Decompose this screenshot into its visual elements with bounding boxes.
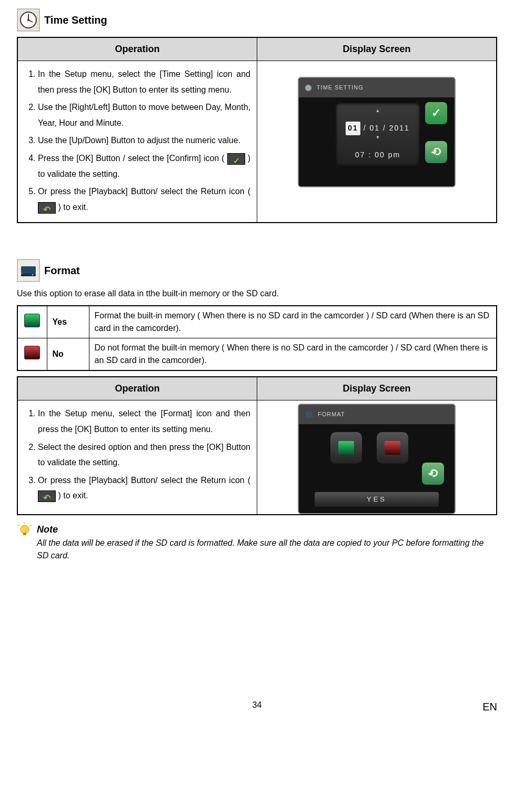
format-steps: In the Setup menu, select the [Format] i…: [17, 400, 257, 515]
col-operation-2: Operation: [17, 377, 257, 400]
clock-dot-icon: [305, 85, 311, 91]
minute-value: 00: [375, 151, 385, 159]
note-title: Note: [37, 523, 497, 537]
confirm-button-icon: ✓: [425, 102, 447, 124]
format-yes-icon: [24, 314, 40, 327]
time-setting-steps: In the Setup menu, select the [Time Sett…: [17, 61, 257, 223]
col-display-2: Display Screen: [257, 377, 497, 400]
format-no-icon: [24, 346, 40, 359]
col-display: Display Screen: [257, 37, 497, 61]
down-arrow-icon: ▼: [336, 135, 420, 140]
fmt-step1: In the Setup menu, select the [Format] i…: [38, 406, 250, 437]
return-icon-2: [38, 490, 56, 502]
svg-point-8: [32, 274, 34, 276]
format-screen: FORMAT ⟲ YES: [298, 404, 456, 514]
svg-rect-6: [21, 266, 36, 274]
no-desc: Do not format the built-in memory ( When…: [89, 338, 497, 371]
format-screen-cell: FORMAT ⟲ YES: [257, 400, 497, 515]
page-number: 34: [17, 699, 497, 711]
confirm-icon: [227, 153, 245, 165]
ts-step2: Use the [Right/Left] Button to move betw…: [38, 99, 250, 131]
format-title-icon: [305, 412, 313, 418]
ts-step3: Use the [Up/Down] Button to adjust the n…: [38, 133, 250, 148]
yes-desc: Format the built-in memory ( When there …: [89, 306, 497, 338]
hour-value: 07: [355, 151, 366, 159]
month-value: 01: [369, 124, 380, 132]
sep2: /: [383, 124, 386, 132]
no-label: No: [47, 338, 89, 371]
time-setting-screen: TIME SETTING ▲ 01 / 01 / 2011 ▼ 07 :: [298, 77, 456, 187]
svg-rect-7: [21, 274, 36, 276]
yes-label: Yes: [47, 306, 89, 338]
time-setting-table: Operation Display Screen In the Setup me…: [17, 37, 497, 223]
time-setting-screen-cell: TIME SETTING ▲ 01 / 01 / 2011 ▼ 07 :: [257, 61, 497, 223]
colon: :: [368, 151, 371, 159]
time-setting-header: Time Setting: [17, 8, 497, 32]
note-block: Note All the data will be erased if the …: [17, 523, 497, 562]
return-icon: [38, 202, 56, 214]
fmt-step3: Or press the [Playback] Button/ select t…: [38, 473, 250, 504]
drive-icon: [17, 259, 40, 282]
format-return-icon: ⟲: [422, 463, 444, 485]
format-title: Format: [44, 263, 80, 278]
no-icon-cell: [17, 338, 47, 371]
date-panel: ▲ 01 / 01 / 2011 ▼ 07 : 00 pm: [336, 103, 420, 166]
format-table: Operation Display Screen In the Setup me…: [17, 376, 497, 515]
svg-point-4: [27, 19, 29, 21]
ts-step5: Or press the [Playback] Button/ select t…: [38, 184, 250, 215]
ts-step4: Press the [OK] Button / select the [Conf…: [38, 151, 250, 182]
format-options-table: Yes Format the built-in memory ( When th…: [17, 305, 497, 371]
footer: 34 EN: [17, 699, 497, 715]
format-yes-option: [330, 432, 362, 464]
language-label: EN: [482, 699, 497, 715]
clock-icon: [17, 8, 40, 32]
note-body: All the data will be erased if the SD ca…: [37, 537, 497, 562]
year-value: 2011: [389, 124, 410, 132]
day-value: 01: [346, 122, 360, 135]
lightbulb-icon: [17, 523, 37, 562]
return-button-icon: ⟲: [425, 141, 447, 163]
date-row: 01 / 01 / 2011: [336, 122, 420, 135]
up-arrow-icon: ▲: [336, 108, 420, 113]
col-operation: Operation: [17, 37, 257, 61]
format-header: Format: [17, 259, 497, 282]
sep1: /: [364, 124, 367, 132]
format-description: Use this option to erase all data in tth…: [17, 287, 497, 300]
time-row: 07 : 00 pm: [336, 148, 420, 162]
yes-icon-cell: [17, 306, 47, 338]
screen-title: TIME SETTING: [305, 82, 364, 93]
ts-step1: In the Setup menu, select the [Time Sett…: [38, 66, 250, 97]
format-screen-title: FORMAT: [305, 409, 345, 419]
format-no-option: [377, 432, 408, 464]
format-bar: YES: [315, 492, 439, 507]
svg-line-13: [30, 525, 31, 526]
svg-point-9: [21, 525, 29, 534]
svg-rect-10: [23, 533, 26, 535]
ampm-value: pm: [388, 151, 400, 159]
svg-line-12: [18, 525, 19, 526]
time-setting-title: Time Setting: [44, 12, 107, 28]
fmt-step2: Select the desired option and then press…: [38, 439, 250, 470]
